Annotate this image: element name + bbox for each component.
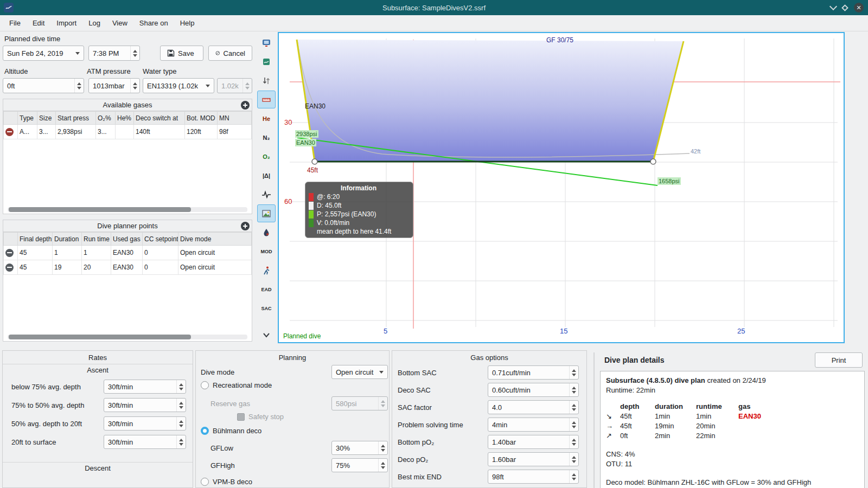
altitude-stepper[interactable]: 0ft — [3, 78, 84, 93]
point-gas-cell[interactable]: EAN30 — [111, 260, 143, 275]
time-tick-25: 25 — [737, 327, 745, 335]
depth-tick-60: 60 — [284, 197, 292, 206]
gas-he-cell[interactable] — [116, 125, 134, 139]
print-button[interactable]: Print — [815, 352, 863, 368]
ead-icon[interactable]: EAD — [257, 280, 276, 298]
points-col-runtime: Run time — [82, 233, 111, 246]
delete-gas-icon[interactable] — [5, 128, 14, 136]
o2-graph-icon[interactable]: O₂ — [257, 147, 276, 165]
rate-stepper-20ft-surface[interactable]: 30ft/min — [104, 435, 186, 449]
menu-item-import[interactable]: Import — [50, 16, 82, 30]
gas-type-cell[interactable]: A... — [18, 125, 37, 139]
gases-col-botmod: Bot. MOD — [185, 112, 218, 125]
dive-date-select[interactable]: Sun Feb 24, 2019 — [3, 46, 84, 61]
dive-computer-ceiling-icon[interactable] — [257, 34, 276, 52]
splitter[interactable] — [593, 352, 595, 488]
add-point-button[interactable] — [241, 222, 250, 230]
scrollbar-handle[interactable] — [9, 335, 191, 339]
bottom-po2-stepper[interactable]: 1.40bar — [488, 435, 579, 449]
end-pressure-label: 1658psi — [658, 177, 681, 185]
ruler-icon[interactable] — [257, 91, 276, 108]
point-duration-cell[interactable]: 1 — [53, 246, 82, 260]
menu-item-log[interactable]: Log — [82, 16, 106, 30]
point-setpoint-cell[interactable]: 0 — [143, 246, 178, 260]
add-gas-button[interactable] — [241, 101, 250, 110]
available-gases-title: Available gases — [103, 101, 152, 109]
dive-time-stepper[interactable]: 7:38 PM — [88, 46, 140, 61]
maximize-window-icon[interactable] — [841, 4, 848, 11]
point-setpoint-cell[interactable]: 0 — [143, 260, 178, 275]
point-mode-cell[interactable]: Open circuit — [178, 260, 252, 275]
gas-startpress-cell[interactable]: 2,938psi — [56, 125, 96, 139]
gas-mnd-cell[interactable]: 98f — [218, 125, 252, 139]
deco-po2-stepper[interactable]: 1.60bar — [488, 452, 579, 466]
ceiling-increments-icon[interactable] — [257, 72, 276, 89]
deco-sac-stepper[interactable]: 0.60cuft/min — [488, 383, 579, 397]
delete-point-icon[interactable] — [5, 249, 14, 257]
ndl-tts-icon[interactable] — [257, 261, 276, 279]
rate-stepper-50to20ft[interactable]: 30ft/min — [104, 416, 186, 431]
point-depth-cell[interactable]: 45 — [18, 260, 53, 275]
collapse-chevron-icon[interactable] — [257, 326, 276, 344]
gas-size-cell[interactable]: 3... — [37, 125, 56, 139]
speed-marker-icon — [309, 219, 314, 227]
sac-factor-stepper[interactable]: 4.0 — [488, 400, 579, 414]
point-duration-cell[interactable]: 19 — [53, 260, 82, 275]
gas-decoswitch-cell[interactable]: 140ft — [134, 125, 185, 139]
dive-points-panel: Dive planner points Final depth Duration… — [3, 220, 252, 342]
point-depth-cell[interactable]: 45 — [18, 246, 53, 260]
bottom-sac-stepper[interactable]: 0.71cuft/min — [488, 365, 579, 380]
vpmb-deco-radio[interactable]: VPM-B deco — [201, 478, 252, 486]
point-gas-cell[interactable]: EAN30 — [111, 246, 143, 260]
calculated-ceiling-icon[interactable] — [257, 53, 276, 70]
gas-botmod-cell[interactable]: 120ft — [185, 125, 218, 139]
water-type-select[interactable]: EN13319 (1.02k — [143, 78, 214, 93]
save-button[interactable]: Save — [160, 46, 203, 61]
chevron-down-icon — [75, 52, 80, 55]
menu-item-file[interactable]: File — [3, 16, 27, 30]
buhlmann-deco-radio[interactable]: Bühlmann deco — [201, 427, 261, 435]
mod-icon[interactable]: MOD — [257, 242, 276, 260]
dive-plan-text: Subsurface (4.8.5.0) dive plan created o… — [600, 371, 865, 488]
sac-icon[interactable]: SAC — [257, 299, 276, 317]
profile-handle[interactable] — [312, 159, 317, 164]
point-runtime-cell[interactable]: 20 — [82, 260, 111, 275]
profile-handle[interactable] — [650, 159, 656, 164]
point-row: 45 1 1 EAN30 0 Open circuit — [4, 246, 252, 260]
tissue-graph-icon[interactable]: |Δ| — [257, 166, 276, 184]
problem-time-stepper[interactable]: 4min — [488, 418, 579, 432]
stepper-arrows-icon — [130, 46, 139, 60]
gfhigh-stepper[interactable]: 75% — [331, 458, 388, 472]
option-label: SAC factor — [392, 403, 432, 412]
rate-stepper-75to50[interactable]: 30ft/min — [104, 398, 186, 412]
delete-point-icon[interactable] — [5, 264, 14, 272]
heart-rate-icon[interactable] — [257, 185, 276, 203]
close-window-icon[interactable]: ✕ — [854, 3, 864, 12]
point-runtime-cell[interactable]: 1 — [82, 246, 111, 260]
point-mode-cell[interactable]: Open circuit — [178, 246, 252, 260]
atm-pressure-stepper[interactable]: 1013mbar — [88, 78, 140, 93]
dive-mode-select[interactable]: Open circuit — [331, 365, 388, 379]
rate-stepper-below75[interactable]: 30ft/min — [104, 380, 186, 394]
menu-item-edit[interactable]: Edit — [27, 16, 50, 30]
shade-window-icon[interactable] — [829, 3, 837, 10]
gas-pressure-icon[interactable] — [257, 223, 276, 241]
safety-stop-checkbox: Safety stop — [237, 413, 284, 421]
scrollbar-handle[interactable] — [9, 207, 191, 212]
time-tick-5: 5 — [384, 327, 387, 335]
he-graph-icon[interactable]: He — [257, 110, 276, 127]
menu-item-help[interactable]: Help — [174, 16, 201, 30]
menu-item-share-on[interactable]: Share on — [133, 16, 174, 30]
dive-mode-label: Dive mode — [201, 368, 234, 376]
recreational-mode-radio[interactable]: Recreational mode — [201, 381, 272, 389]
menu-item-view[interactable]: View — [106, 16, 133, 30]
gflow-stepper[interactable]: 30% — [331, 441, 388, 455]
best-mix-end-stepper[interactable]: 98ft — [488, 470, 579, 484]
cancel-button[interactable]: Cancel — [208, 46, 252, 61]
planning-panel: Planning Dive mode Open circuit Recreati… — [195, 350, 390, 488]
n2-graph-icon[interactable]: N₂ — [257, 129, 276, 146]
gas-o2-cell[interactable]: 3... — [96, 125, 116, 139]
points-col-duration: Duration — [53, 233, 82, 246]
photos-icon[interactable] — [257, 204, 276, 222]
planned-dive-caption: Planned dive — [283, 332, 321, 340]
